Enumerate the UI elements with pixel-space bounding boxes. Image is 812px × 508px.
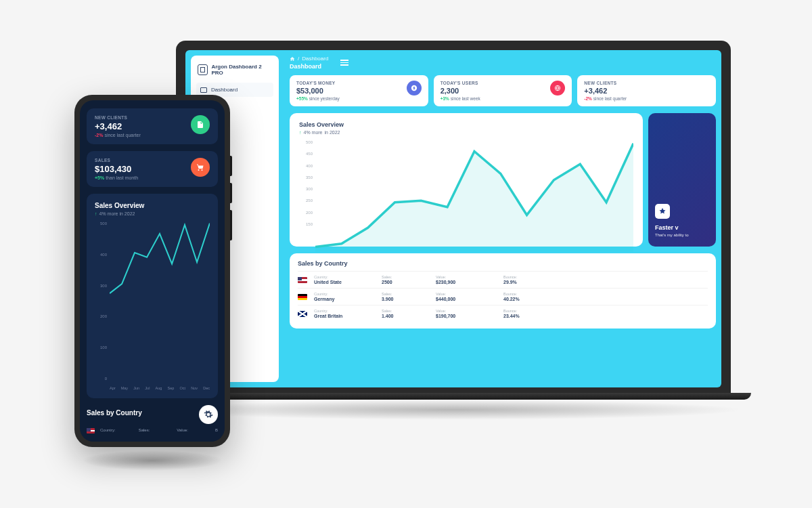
table-title: Sales by Country [298,260,708,267]
flag-icon-us [87,428,95,433]
flag-icon-us [298,277,307,283]
stat-value: 2,300 [441,87,480,95]
table-title: Sales by Country [87,409,142,417]
home-icon [290,56,295,62]
stat-sub: -2% since last quarter [95,133,141,137]
table-row[interactable]: Country:Great Britain Sales:1.400 Value:… [298,305,708,322]
stat-label: NEW CLIENTS [95,115,141,120]
promo-title: Faster v [655,224,709,231]
y-axis-ticks: 5004003002001000 [95,221,107,381]
panel-row: Sales Overview ↑ 4% more in 2022 5004504… [284,113,721,253]
stat-sub: +5% than last month [95,175,138,180]
stat-cards: TODAY'S MONEY $53,000 +55% since yesterd… [284,75,721,113]
stat-card-money[interactable]: TODAY'S MONEY $53,000 +55% since yesterd… [290,75,428,106]
flag-icon-gb [298,311,307,317]
stat-value: $103,430 [95,164,138,174]
arrow-up-icon: ↑ [95,211,97,216]
table-header: Country: Sales: Value: B [87,424,218,433]
phone-button [230,183,232,203]
arrow-up-icon: ↑ [299,130,302,135]
monitor-icon [200,87,207,93]
phone-mockup: NEW CLIENTS +3,462 -2% since last quarte… [74,95,230,471]
sales-by-country-section: Sales by Country Country: Sales: Value: … [87,405,218,433]
flag-icon-de [298,294,307,300]
money-icon [407,81,422,96]
stat-card-clients[interactable]: NEW CLIENTS +3,462 -2% since last quarte… [577,75,716,106]
brand-text: Argon Dashboard 2 PRO [211,64,272,76]
chart-canvas: 5004003002001000 AprMayJunJulAugSepOctNo… [95,221,210,390]
chart-subtitle: ↑ 4% more in 2022 [95,211,210,216]
stat-value: +3,462 [584,87,627,95]
sales-overview-chart: Sales Overview ↑ 4% more in 2022 5004504… [290,113,643,247]
document-icon [191,115,210,134]
chart-subtitle: ↑ 4% more in 2022 [299,130,633,135]
stat-sub: +55% since yesterday [296,96,340,101]
chart-line [110,221,210,299]
stat-label: TODAY'S USERS [441,81,480,85]
rocket-icon [655,204,670,219]
stat-sub: -2% since last quarter [584,96,627,101]
chart-title: Sales Overview [95,202,210,209]
chart-title: Sales Overview [299,121,633,128]
y-axis-ticks: 500450400350300250200150 [299,140,313,226]
stat-value: $53,000 [296,87,340,95]
settings-button[interactable] [199,405,218,424]
globe-icon [550,81,565,96]
laptop-shadow [162,400,744,420]
chart-line [315,140,633,252]
table-row[interactable]: Country:Germany Sales:3.900 Value:$440,0… [298,288,708,305]
stat-label: TODAY'S MONEY [296,81,340,85]
gear-icon [204,410,213,419]
phone-button [230,156,232,176]
sidebar-item-label: Dashboard [211,87,238,93]
promo-card[interactable]: Faster v That's my ability to [648,113,716,247]
app-window: Argon Dashboard 2 PRO Dashboard / Dashbo… [185,50,721,387]
stat-card-clients[interactable]: NEW CLIENTS +3,462 -2% since last quarte… [87,108,218,144]
promo-text: That's my ability to [655,233,709,238]
laptop-screen: Argon Dashboard 2 PRO Dashboard / Dashbo… [176,41,731,393]
stat-label: NEW CLIENTS [584,81,627,85]
stat-label: SALES [95,158,138,163]
brand-icon [198,64,208,75]
brand[interactable]: Argon Dashboard 2 PRO [196,61,273,83]
menu-toggle-icon[interactable] [340,58,348,67]
stat-card-users[interactable]: TODAY'S USERS 2,300 +3% since last week [434,75,572,106]
stat-card-sales[interactable]: SALES $103,430 +5% than last month [87,151,218,187]
x-axis-ticks: AprMayJunJulAugSepOctNovDec [110,386,210,390]
breadcrumb: / Dashboard Dashboard [290,56,328,70]
phone-screen: NEW CLIENTS +3,462 -2% since last quarte… [80,100,225,442]
sales-overview-chart: Sales Overview ↑ 4% more in 2022 5004003… [87,194,218,398]
breadcrumb-path: / Dashboard [290,56,328,62]
stat-value: +3,462 [95,121,141,131]
page-title: Dashboard [290,63,328,70]
main-content: / Dashboard Dashboard TODAY'S MONEY $53,… [284,50,721,387]
phone-body: NEW CLIENTS +3,462 -2% since last quarte… [74,95,230,447]
phone-button [230,210,232,240]
phone-shadow [81,450,223,471]
topbar: / Dashboard Dashboard [284,56,721,75]
laptop-base [156,393,751,400]
cart-icon [191,158,210,177]
sales-by-country-table: Sales by Country Country:United State Sa… [290,253,716,329]
table-row[interactable]: Country:United State Sales:2500 Value:$2… [298,271,708,288]
chart-canvas: 500450400350300250200150 [299,140,633,238]
laptop-mockup: Argon Dashboard 2 PRO Dashboard / Dashbo… [176,41,731,420]
stat-sub: +3% since last week [441,96,480,101]
